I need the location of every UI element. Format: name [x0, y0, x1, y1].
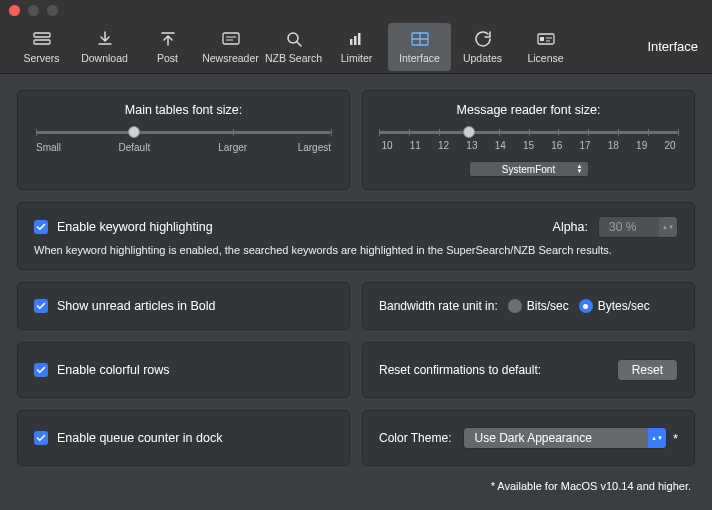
slider-thumb[interactable] [128, 126, 140, 138]
radio-bytes-label: Bytes/sec [598, 299, 650, 313]
license-icon [537, 30, 555, 48]
toolbar-label: Download [81, 52, 128, 64]
alpha-value: 30 % [609, 220, 636, 234]
toolbar-label: Post [157, 52, 178, 64]
highlight-label: Enable keyword highlighting [57, 220, 213, 234]
reset-card: Reset confirmations to default: Reset [362, 342, 695, 398]
svg-rect-1 [34, 40, 50, 44]
svg-rect-2 [223, 33, 239, 44]
queue-card: Enable queue counter in dock [17, 410, 350, 466]
unread-checkbox[interactable] [34, 299, 48, 313]
alpha-select[interactable]: 30 % ▲▼ [598, 216, 678, 238]
toolbar-label: License [527, 52, 563, 64]
font-select-value: SystemFont [502, 164, 555, 175]
stepper-arrows-icon: ▲▼ [574, 162, 586, 176]
alpha-label: Alpha: [553, 220, 588, 234]
tick-label: 18 [605, 140, 621, 151]
toolbar-nzb-search[interactable]: NZB Search [262, 23, 325, 71]
stepper-arrows-icon: ▲▼ [648, 428, 666, 448]
asterisk: * [673, 431, 678, 446]
tick-label: 10 [379, 140, 395, 151]
svg-rect-0 [34, 33, 50, 37]
stepper-arrows-icon: ▲▼ [659, 217, 677, 237]
minimize-window-button[interactable] [28, 5, 39, 16]
updates-icon [475, 30, 491, 48]
reset-button[interactable]: Reset [617, 359, 678, 381]
svg-rect-9 [540, 37, 544, 41]
theme-select[interactable]: Use Dark Appearance ▲▼ [463, 427, 666, 449]
bandwidth-card: Bandwidth rate unit in: Bits/sec Bytes/s… [362, 282, 695, 330]
toolbar-interface[interactable]: Interface [388, 23, 451, 71]
zoom-window-button[interactable] [47, 5, 58, 16]
toolbar-label: Limiter [341, 52, 373, 64]
theme-value: Use Dark Appearance [474, 431, 591, 445]
msg-font-card: Message reader font size: 10 11 12 13 1 [362, 90, 695, 190]
toolbar-post[interactable]: Post [136, 23, 199, 71]
toolbar: Servers Download Post Newsreader NZB Sea… [0, 20, 712, 74]
theme-label: Color Theme: [379, 431, 451, 445]
search-icon [286, 30, 302, 48]
svg-rect-6 [358, 33, 361, 45]
highlight-hint: When keyword highlighting is enabled, th… [34, 244, 678, 256]
newsreader-icon [222, 30, 240, 48]
colorful-card: Enable colorful rows [17, 342, 350, 398]
unread-label: Show unread articles in Bold [57, 299, 215, 313]
font-select[interactable]: SystemFont ▲▼ [469, 161, 589, 177]
radio-bits-label: Bits/sec [527, 299, 569, 313]
limiter-icon [348, 30, 366, 48]
tick-label: 12 [436, 140, 452, 151]
download-icon [97, 30, 113, 48]
tick-label: 20 [662, 140, 678, 151]
svg-rect-5 [354, 36, 357, 45]
toolbar-label: Interface [399, 52, 440, 64]
radio-bytes[interactable] [579, 299, 593, 313]
panel-title: Interface [647, 39, 698, 54]
tick-label: 17 [577, 140, 593, 151]
footnote: * Available for MacOS v10.14 and higher. [17, 480, 695, 492]
tick-label: 19 [634, 140, 650, 151]
toolbar-servers[interactable]: Servers [10, 23, 73, 71]
main-font-card: Main tables font size: Small Default Lar… [17, 90, 350, 190]
titlebar [0, 0, 712, 20]
highlight-card: Enable keyword highlighting Alpha: 30 % … [17, 202, 695, 270]
upload-icon [160, 30, 176, 48]
toolbar-download[interactable]: Download [73, 23, 136, 71]
toolbar-label: NZB Search [265, 52, 322, 64]
reset-label: Reset confirmations to default: [379, 363, 541, 377]
toolbar-label: Newsreader [202, 52, 259, 64]
msg-font-title: Message reader font size: [363, 103, 694, 117]
toolbar-limiter[interactable]: Limiter [325, 23, 388, 71]
colorful-label: Enable colorful rows [57, 363, 170, 377]
close-window-button[interactable] [9, 5, 20, 16]
radio-bits[interactable] [508, 299, 522, 313]
svg-rect-4 [350, 39, 353, 45]
tick-label: 14 [492, 140, 508, 151]
interface-icon [411, 30, 429, 48]
toolbar-updates[interactable]: Updates [451, 23, 514, 71]
main-font-title: Main tables font size: [18, 103, 349, 117]
highlight-checkbox[interactable] [34, 220, 48, 234]
toolbar-label: Updates [463, 52, 502, 64]
theme-card: Color Theme: Use Dark Appearance ▲▼ * [362, 410, 695, 466]
unread-card: Show unread articles in Bold [17, 282, 350, 330]
tick-label: 11 [407, 140, 423, 151]
queue-checkbox[interactable] [34, 431, 48, 445]
toolbar-license[interactable]: License [514, 23, 577, 71]
tick-label: 16 [549, 140, 565, 151]
queue-label: Enable queue counter in dock [57, 431, 222, 445]
colorful-checkbox[interactable] [34, 363, 48, 377]
bandwidth-label: Bandwidth rate unit in: [379, 299, 498, 313]
tick-label: 13 [464, 140, 480, 151]
main-font-slider[interactable]: Small Default Larger Largest [36, 131, 331, 153]
toolbar-newsreader[interactable]: Newsreader [199, 23, 262, 71]
servers-icon [33, 30, 51, 48]
slider-thumb[interactable] [463, 126, 475, 138]
tick-label: 15 [520, 140, 536, 151]
toolbar-label: Servers [23, 52, 59, 64]
msg-font-slider[interactable]: 10 11 12 13 14 15 16 17 18 19 20 [379, 131, 678, 151]
